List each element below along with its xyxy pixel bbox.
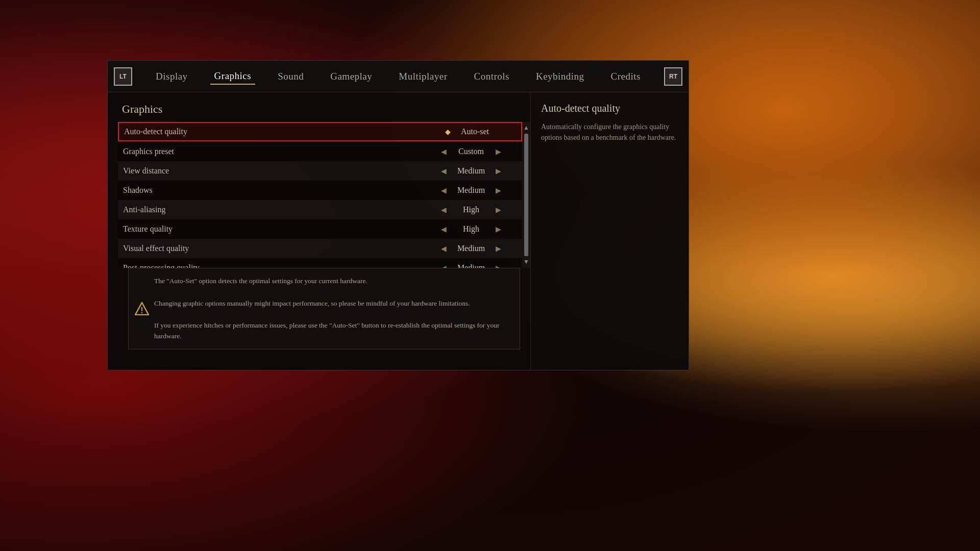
setting-name-anti-aliasing: Anti-aliasing <box>123 205 425 214</box>
setting-value-visual-effect-quality: Medium <box>451 244 492 253</box>
nav-tabs: Display Graphics Sound Gameplay Multipla… <box>132 68 664 85</box>
right-arrow-icon-anti-aliasing: ▶ <box>496 206 501 214</box>
tab-gameplay[interactable]: Gameplay <box>326 69 376 84</box>
setting-name-post-processing-quality: Post-processing quality <box>123 263 425 268</box>
right-arrow-icon-texture-quality: ▶ <box>496 225 501 234</box>
info-box: ! The "Auto-Set" option detects the opti… <box>128 268 520 349</box>
tab-sound[interactable]: Sound <box>274 69 308 84</box>
scrollbar[interactable]: ▲ ▼ <box>522 122 530 268</box>
left-arrow-icon-visual-effect-quality: ◀ <box>441 244 447 253</box>
left-arrow-icon-anti-aliasing: ◀ <box>441 206 447 214</box>
setting-value-area-graphics-preset: ◀ Custom ▶ <box>425 147 517 156</box>
svg-text:!: ! <box>140 306 143 315</box>
rt-button[interactable]: RT <box>664 67 682 86</box>
warning-icon: ! <box>135 302 149 315</box>
setting-value-auto-detect: Auto-set <box>455 127 496 136</box>
left-arrow-icon-post-processing-quality: ◀ <box>441 264 447 268</box>
tab-keybinding[interactable]: Keybinding <box>532 69 589 84</box>
lt-button[interactable]: LT <box>114 67 132 86</box>
tab-credits[interactable]: Credits <box>607 69 645 84</box>
setting-name-visual-effect-quality: Visual effect quality <box>123 244 425 253</box>
setting-value-area-visual-effect-quality: ◀ Medium ▶ <box>425 244 517 253</box>
setting-value-area-anti-aliasing: ◀ High ▶ <box>425 205 517 214</box>
description-title: Auto-detect quality <box>541 103 678 114</box>
content-area: Graphics Auto-detect quality ◆ Auto-set <box>108 92 689 370</box>
setting-value-area-view-distance: ◀ Medium ▶ <box>425 166 517 176</box>
setting-name-view-distance: View distance <box>123 166 425 176</box>
setting-value-area-texture-quality: ◀ High ▶ <box>425 224 517 234</box>
description-text: Automatically configure the graphics qua… <box>541 121 678 143</box>
right-arrow-icon-view-distance: ▶ <box>496 167 501 176</box>
setting-value-area-auto-detect: ◆ Auto-set <box>424 127 516 136</box>
setting-value-area-post-processing-quality: ◀ Medium ▶ <box>425 263 517 268</box>
info-line3: If you experience hitches or performance… <box>154 320 511 342</box>
scrollbar-down-arrow[interactable]: ▼ <box>523 258 529 266</box>
setting-row-view-distance[interactable]: View distance ◀ Medium ▶ <box>118 161 522 181</box>
settings-list-container: Auto-detect quality ◆ Auto-set Graphics … <box>118 122 522 268</box>
info-box-text: The "Auto-Set" option detects the optima… <box>154 276 511 342</box>
right-arrow-icon-visual-effect-quality: ▶ <box>496 244 501 253</box>
setting-row-texture-quality[interactable]: Texture quality ◀ High ▶ <box>118 219 522 239</box>
info-line1: The "Auto-Set" option detects the optima… <box>154 276 511 287</box>
setting-value-shadows: Medium <box>451 186 492 195</box>
setting-row-graphics-preset[interactable]: Graphics preset ◀ Custom ▶ <box>118 142 522 161</box>
setting-row-shadows[interactable]: Shadows ◀ Medium ▶ <box>118 181 522 200</box>
setting-value-texture-quality: High <box>451 224 492 234</box>
left-arrow-icon-graphics-preset: ◀ <box>441 147 447 156</box>
setting-row-anti-aliasing[interactable]: Anti-aliasing ◀ High ▶ <box>118 200 522 219</box>
nav-bar: LT Display Graphics Sound Gameplay Multi… <box>108 61 689 92</box>
description-panel: Auto-detect quality Automatically config… <box>530 92 689 370</box>
tab-controls[interactable]: Controls <box>470 69 513 84</box>
left-arrow-icon-shadows: ◀ <box>441 186 447 195</box>
diamond-icon: ◆ <box>445 128 451 136</box>
settings-dialog: LT Display Graphics Sound Gameplay Multi… <box>107 60 689 370</box>
setting-value-graphics-preset: Custom <box>451 147 492 156</box>
right-arrow-icon-post-processing-quality: ▶ <box>496 264 501 268</box>
right-arrow-icon-shadows: ▶ <box>496 186 501 195</box>
settings-list: Auto-detect quality ◆ Auto-set Graphics … <box>118 122 522 268</box>
left-arrow-icon-view-distance: ◀ <box>441 167 447 176</box>
tab-graphics[interactable]: Graphics <box>210 68 256 85</box>
setting-row-post-processing-quality[interactable]: Post-processing quality ◀ Medium ▶ <box>118 258 522 268</box>
tab-multiplayer[interactable]: Multiplayer <box>395 69 451 84</box>
section-title: Graphics <box>118 103 530 116</box>
settings-panel: Graphics Auto-detect quality ◆ Auto-set <box>108 92 530 370</box>
left-arrow-icon-texture-quality: ◀ <box>441 225 447 234</box>
warning-icon-wrapper: ! <box>134 302 150 316</box>
setting-value-post-processing-quality: Medium <box>451 263 492 268</box>
setting-row-visual-effect-quality[interactable]: Visual effect quality ◀ Medium ▶ <box>118 239 522 258</box>
setting-value-area-shadows: ◀ Medium ▶ <box>425 186 517 195</box>
setting-value-anti-aliasing: High <box>451 205 492 214</box>
right-arrow-icon-graphics-preset: ▶ <box>496 147 501 156</box>
scrollbar-thumb[interactable] <box>524 134 528 256</box>
setting-row-auto-detect[interactable]: Auto-detect quality ◆ Auto-set <box>118 122 522 141</box>
info-line2: Changing graphic options manually might … <box>154 298 511 309</box>
setting-name-texture-quality: Texture quality <box>123 224 425 234</box>
setting-name-graphics-preset: Graphics preset <box>123 147 425 156</box>
scrollbar-up-arrow[interactable]: ▲ <box>523 124 529 132</box>
setting-name-auto-detect: Auto-detect quality <box>124 127 424 136</box>
setting-value-view-distance: Medium <box>451 166 492 176</box>
tab-display[interactable]: Display <box>152 69 192 84</box>
setting-name-shadows: Shadows <box>123 186 425 195</box>
